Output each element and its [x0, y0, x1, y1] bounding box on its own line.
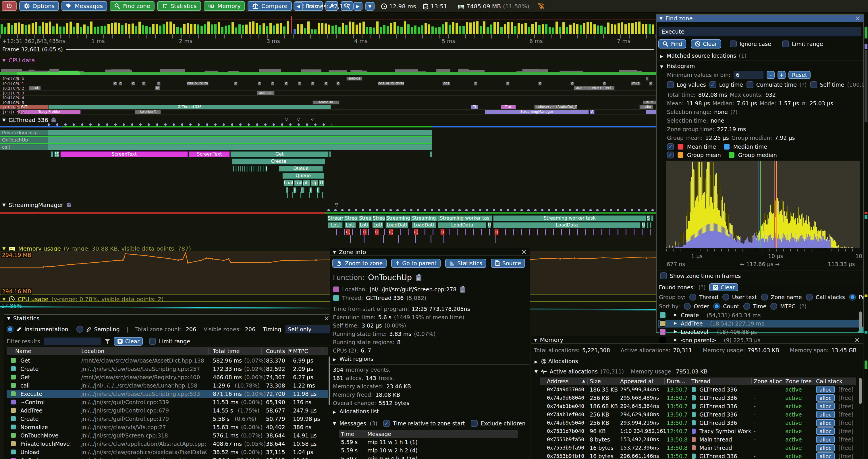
memory-table-row[interactable]: 0x7553b9fbf016 bytes296,661,146ns13:50.7… [540, 452, 856, 459]
streaming-samples-dots[interactable] [327, 208, 656, 212]
cpu-zone[interactable]: c [311, 81, 314, 86]
glthread-zone[interactable] [256, 166, 256, 172]
streaming-zone[interactable]: U [642, 222, 645, 228]
prev-frame-button[interactable]: ◀ [293, 2, 303, 11]
alloc-callstack-button[interactable]: alloc [816, 444, 835, 452]
statistics-panel-header[interactable]: ▼Statistics× [4, 315, 332, 322]
streaming-zone[interactable]: Streaming worker tas [437, 215, 492, 221]
stats-table-row[interactable]: OnRedrawjni/../jni/src/claw/application/… [7, 456, 328, 459]
memory-scrollbar[interactable] [859, 378, 862, 404]
cpu-zone[interactable]: audiose [257, 91, 275, 95]
frame-marker[interactable]: ▽ [310, 117, 314, 122]
statistics-table-header[interactable]: NameLocationTotal timeCounts▼MTPC [7, 347, 328, 355]
glthread-zone[interactable] [258, 166, 259, 172]
cpu-zone[interactable]: cds [442, 81, 451, 86]
stats-table-row[interactable]: Normalizejni/../jni/src/claw/vfs/Vfs.cpp… [7, 423, 328, 431]
streaming-red-chip[interactable]: C( [389, 229, 393, 235]
active-allocations-row[interactable]: ▼Active allocations(70,311)Memory usage:… [534, 368, 707, 374]
glthread-zone[interactable] [242, 166, 243, 172]
glthread-zone[interactable]: Queue [279, 166, 323, 172]
streaming-section-header[interactable]: ▼StreamingManager [2, 201, 71, 208]
cpu-zone[interactable]: aud [643, 100, 656, 104]
find-zone-histogram[interactable] [666, 160, 860, 249]
stats-table-row[interactable]: Unloadjni/../jni/src/claw/graphics/pixel… [7, 448, 328, 456]
glthread-zone[interactable] [263, 166, 264, 172]
cpu-zone[interactable]: c [131, 81, 135, 86]
stats-table-row[interactable]: Get/mnt/e/claw/src/claw/base/Registry.hp… [7, 373, 328, 382]
memory-table-row[interactable]: 0x74a9d68040256 KB295,668,489ns13:50.7GL… [540, 394, 856, 402]
legend-checkbox[interactable]: ✓ [667, 152, 674, 159]
cpu-zone[interactable]: audioserver (AudioOut_D) [534, 105, 577, 109]
cpu-zone[interactable]: aud [29, 86, 41, 90]
glthread-zone[interactable]: LoiU [294, 180, 302, 186]
cpu-usage-ribbon[interactable] [0, 68, 656, 76]
glthread-zone[interactable] [235, 166, 236, 172]
memory-table-row[interactable]: 0x7553b9fa9016 bytes153,722,396ns13:50.8… [540, 444, 856, 452]
alloc-callstack-button[interactable]: alloc [816, 419, 835, 427]
find-zone-button[interactable]: Find zone [110, 1, 155, 11]
glthread-lane-zone[interactable]: PrivateTouchUp [0, 130, 432, 136]
cpu-zone[interactable]: k\ [155, 86, 160, 90]
cpu-zone[interactable]: c [113, 81, 117, 86]
message-row[interactable]: 5.59 smip 11 w 1 h 1 (1) [339, 439, 518, 447]
found-zone-row[interactable]: ▶LoadLevel(18) 406.88 µs [658, 328, 861, 336]
streaming-zone[interactable]: Streaming [411, 215, 437, 221]
found-zone-row[interactable]: ▶<no parent>(9) 225.73 µs [658, 336, 861, 344]
cpu-zone[interactable]: audio.service (effect) [574, 86, 615, 90]
panel-resize-handle[interactable] [857, 326, 863, 332]
glthread-lane-zone[interactable]: call [0, 144, 432, 150]
found-zones-clear-button[interactable]: Clear [709, 283, 739, 291]
streaming-zone[interactable]: Stream [328, 215, 344, 221]
streaming-zone[interactable]: U [488, 222, 491, 228]
frame-marker[interactable]: ▽ [335, 202, 338, 207]
frame-marker[interactable]: ▽ [297, 117, 300, 122]
memory-table-header[interactable]: AddressSizeAppeared atDura…ThreadZone al… [540, 378, 856, 385]
main-scrollbar-strip[interactable] [864, 13, 868, 459]
streaming-zone[interactable] [647, 222, 649, 228]
alloc-callstack-button[interactable]: alloc [816, 436, 835, 443]
memory-table-row[interactable]: 0x74ab9e5040256 KB293,994,219ns13:50.7GL… [540, 419, 856, 427]
glthread-zone[interactable] [251, 166, 252, 172]
glthread-zone[interactable]: |( [293, 187, 297, 193]
memory-button[interactable]: Memory [204, 1, 245, 11]
log-time-checkbox[interactable]: ✓Log time [709, 81, 743, 88]
reset-button[interactable]: Reset [788, 71, 811, 79]
streaming-zone[interactable]: Strea [358, 215, 372, 221]
cpu-zone[interactable]: c [271, 81, 274, 86]
alloc-callstack-button[interactable]: alloc [816, 394, 835, 402]
find-zone-header[interactable]: ▼Find zone× [657, 14, 863, 22]
cpu-zone[interactable]: audio [639, 105, 653, 109]
glthread-zone[interactable] [238, 166, 239, 172]
memory-table-row[interactable]: 0x74a9d37040186.35 KB295,999,844ns13:50.… [540, 386, 856, 394]
streaming-zone[interactable]: Streaming worker task [493, 215, 646, 221]
cpu-zone[interactable]: Tracy Profiler [18, 110, 81, 114]
wait-regions-row[interactable]: ▶Wait regions [333, 356, 376, 362]
glthread-zone[interactable]: !S [54, 151, 59, 157]
cpu-zone[interactable]: cds_ol_rx_threa [378, 81, 404, 86]
cpu-zone[interactable] [646, 77, 649, 81]
filter-clear-button[interactable]: Clear [114, 337, 143, 346]
cpu-zone[interactable]: c [506, 81, 509, 86]
streaming-zone[interactable]: Streaming [385, 215, 411, 221]
glthread-zone[interactable] [240, 166, 241, 172]
streaming-zone[interactable]: LoadData [438, 222, 486, 228]
group-by-thread[interactable]: Thread [689, 294, 718, 300]
stats-table-row[interactable]: Createjni/../jni/src/guif/Control.cpp:17… [7, 415, 328, 423]
glthread-zone[interactable] [249, 166, 250, 172]
cpu-zone[interactable]: c [157, 81, 161, 86]
streaming-red-chip[interactable]: C( [363, 229, 367, 235]
sort-by-order[interactable]: Order [684, 303, 709, 310]
streaming-red-chip[interactable]: C( [346, 229, 350, 235]
alloc-callstack-button[interactable]: alloc [816, 427, 835, 435]
glthread-zone[interactable]: LoaU [283, 180, 293, 186]
statistics-button[interactable]: Statistics [157, 1, 201, 11]
memory-table-row[interactable]: 0x7531d7b04096 KB1:10 234,952,16112:40.7… [540, 427, 856, 435]
cpu-zone[interactable]: c [284, 81, 288, 86]
filter-input[interactable] [44, 337, 101, 345]
glthread-samples-dots[interactable] [47, 123, 332, 126]
cpu-zone[interactable]: c [570, 81, 574, 86]
glthread-zone[interactable] [237, 166, 237, 172]
sort-by-count[interactable]: Count [713, 303, 739, 310]
streaming-red-chip[interactable]: C( [440, 229, 445, 235]
cpu-zone[interactable]: c [142, 81, 146, 86]
